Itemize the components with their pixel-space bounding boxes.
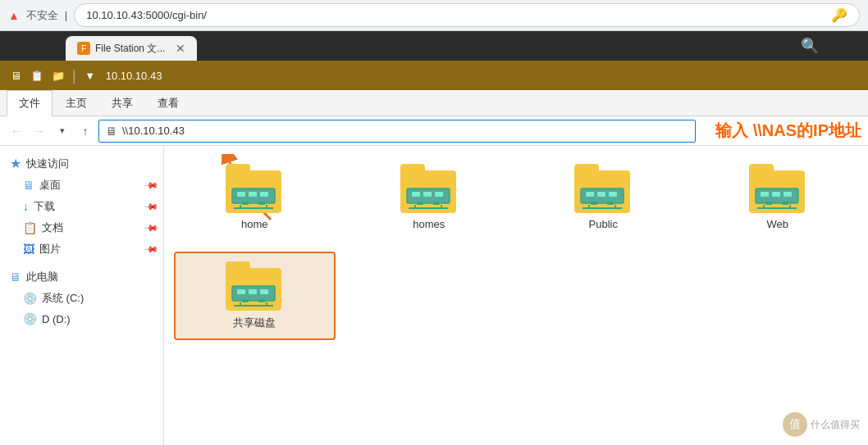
download-icon: ↓	[23, 200, 29, 213]
file-item-web[interactable]: Web	[697, 156, 859, 238]
sidebar-item-documents[interactable]: 📋 文档 📌	[0, 217, 163, 238]
drive-d-icon: 💿	[23, 312, 37, 325]
document-icon: 📋	[23, 221, 37, 234]
key-icon: 🔑	[831, 7, 847, 23]
svg-rect-41	[242, 299, 249, 302]
svg-rect-24	[607, 202, 614, 205]
svg-rect-21	[597, 192, 605, 197]
sidebar-item-d-drive[interactable]: 💿 D (D:)	[0, 309, 163, 329]
tab-favicon: F	[77, 42, 90, 55]
browser-address-bar: ▲ 不安全 | 10.10.10.43:5000/cgi-bin/ 🔑	[0, 0, 868, 31]
sidebar-desktop-label: 桌面	[39, 178, 61, 193]
title-bar-icons: 🖥 📋 📁 | ▼	[7, 66, 99, 84]
tab-close-button[interactable]: ✕	[176, 42, 185, 55]
folder-shared-disk-icon	[226, 261, 283, 311]
url-text: 10.10.10.43:5000/cgi-bin/	[86, 9, 207, 21]
file-item-homes[interactable]: homes	[349, 156, 510, 238]
sidebar-item-downloads[interactable]: ↓ 下载 📌	[0, 196, 163, 217]
watermark-icon: 值	[783, 412, 807, 437]
file-homes-label: homes	[413, 218, 445, 230]
drive-c-icon: 💿	[23, 292, 37, 305]
svg-rect-33	[782, 202, 788, 205]
file-explorer: 🖥 📋 📁 | ▼ 10.10.10.43 文件 主页 共享 查看 ← → ▾ …	[0, 61, 868, 445]
title-path: 10.10.10.43	[106, 70, 162, 82]
forward-button[interactable]: →	[30, 121, 49, 141]
sidebar-documents-label: 文档	[42, 220, 63, 235]
pin-icon-4: 📌	[143, 241, 158, 257]
star-icon: ★	[10, 156, 21, 171]
file-item-public[interactable]: Public	[523, 156, 684, 238]
svg-rect-11	[412, 192, 420, 197]
watermark-text: 什么值得买	[811, 418, 860, 432]
svg-rect-39	[249, 289, 257, 294]
folder-web-icon	[749, 164, 806, 213]
file-home-label: home	[241, 218, 268, 230]
main-content: ★ 快速访问 🖥 桌面 📌 ↓ 下载 📌 📋 文档 📌 🖼 图片 �	[0, 146, 868, 445]
pin-icon-3: 📌	[143, 220, 158, 235]
ribbon-tab-view[interactable]: 查看	[146, 91, 190, 116]
svg-rect-22	[609, 192, 617, 197]
svg-rect-29	[761, 192, 769, 197]
svg-rect-40	[260, 289, 268, 294]
folder-icon: 📋	[28, 66, 46, 84]
svg-rect-3	[249, 192, 257, 197]
sidebar: ★ 快速访问 🖥 桌面 📌 ↓ 下载 📌 📋 文档 📌 🖼 图片 �	[0, 146, 164, 445]
file-item-shared-disk[interactable]: 共享磁盘	[174, 252, 336, 340]
computer-icon: 🖥	[7, 66, 25, 84]
svg-rect-15	[433, 202, 440, 205]
browser-tab[interactable]: F File Station 文... ✕	[66, 36, 197, 61]
file-web-label: Web	[767, 218, 789, 230]
sidebar-item-desktop[interactable]: 🖥 桌面 📌	[0, 175, 163, 196]
recent-button[interactable]: ▾	[53, 121, 72, 141]
new-folder-icon: 📁	[49, 66, 67, 84]
back-button[interactable]: ←	[7, 121, 26, 141]
browser-search-icon[interactable]: 🔍	[801, 37, 819, 55]
ribbon-menu: 文件 主页 共享 查看	[0, 90, 868, 116]
watermark: 值 什么值得买	[783, 412, 860, 437]
quick-access-label: 快速访问	[26, 157, 69, 171]
folder-homes-icon	[400, 164, 458, 213]
file-item-home[interactable]: home	[174, 156, 336, 238]
svg-rect-42	[258, 299, 265, 302]
pin-icon: 📌	[143, 177, 158, 193]
divider: |	[72, 67, 76, 84]
file-shared-disk-label: 共享磁盘	[233, 316, 276, 330]
ribbon-tab-file[interactable]: 文件	[7, 90, 53, 116]
sidebar-item-c-drive[interactable]: 💿 系统 (C:)	[0, 288, 163, 309]
svg-rect-23	[591, 202, 597, 205]
svg-rect-31	[783, 192, 792, 197]
file-content-area: home	[164, 146, 868, 445]
address-pc-icon: 🖥	[106, 125, 117, 138]
svg-rect-6	[258, 202, 265, 205]
svg-rect-5	[242, 202, 249, 205]
svg-rect-13	[435, 192, 443, 197]
explorer-title-bar: 🖥 📋 📁 | ▼ 10.10.10.43	[0, 61, 868, 90]
svg-rect-38	[237, 289, 245, 294]
url-input[interactable]: 10.10.10.43:5000/cgi-bin/ 🔑	[74, 3, 860, 27]
this-pc-label: 此电脑	[26, 270, 58, 284]
navigation-bar: ← → ▾ ↑ 🖥 \\10.10.10.43 输入 \\NAS的IP地址	[0, 116, 868, 146]
svg-rect-30	[772, 192, 780, 197]
ribbon-tab-share[interactable]: 共享	[100, 91, 144, 116]
this-pc-icon: 🖥	[10, 270, 21, 284]
ribbon-tab-home[interactable]: 主页	[54, 91, 98, 116]
sidebar-downloads-label: 下载	[34, 199, 55, 214]
sidebar-item-pictures[interactable]: 🖼 图片 📌	[0, 238, 163, 260]
svg-rect-2	[237, 192, 245, 197]
svg-rect-4	[260, 192, 268, 197]
warning-icon: ▲	[8, 9, 20, 22]
quick-access-section: ★ 快速访问	[0, 152, 163, 175]
url-separator: |	[65, 9, 67, 21]
address-bar[interactable]: 🖥 \\10.10.10.43	[98, 120, 696, 143]
tab-title: File Station 文...	[95, 42, 165, 56]
up-button[interactable]: ↑	[75, 121, 95, 141]
annotation-label: 输入 \\NAS的IP地址	[715, 120, 861, 142]
sidebar-c-drive-label: 系统 (C:)	[42, 291, 84, 306]
desktop-icon: 🖥	[23, 179, 34, 192]
down-arrow-icon: ▼	[81, 66, 99, 84]
folder-public-icon	[574, 164, 632, 213]
svg-rect-12	[423, 192, 432, 197]
tab-bar: F File Station 文... ✕ 🔍	[0, 31, 868, 61]
pin-icon-2: 📌	[143, 198, 158, 214]
folder-home-icon	[226, 164, 283, 213]
